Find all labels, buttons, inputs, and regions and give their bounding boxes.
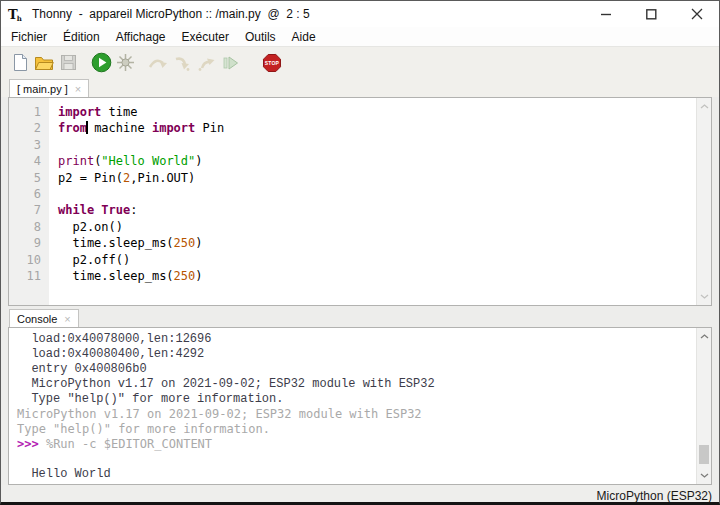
menu-item-executer[interactable]: Exécuter: [174, 28, 237, 46]
console-scroll-down-icon[interactable]: [697, 468, 711, 483]
line-number: 6: [9, 186, 41, 202]
maximize-button[interactable]: [629, 1, 674, 27]
menu-item-outils[interactable]: Outils: [237, 28, 284, 46]
console-line: MicroPython v1.17 on 2021-09-02; ESP32 m…: [17, 407, 691, 422]
menu-item-aide[interactable]: Aide: [284, 28, 324, 46]
line-number: 2: [9, 120, 41, 136]
window-controls: [584, 1, 719, 27]
console-tab-row: Console ×: [1, 310, 719, 327]
floppy-disk-icon: [60, 54, 77, 71]
console-line: Type "help()" for more information.: [17, 392, 691, 407]
line-number: 11: [9, 268, 41, 284]
thonny-logo-icon: Th: [8, 5, 26, 23]
console-tab-label: Console: [17, 313, 57, 325]
step-over-button: [146, 51, 170, 75]
resume-button: [218, 51, 242, 75]
tab-console[interactable]: Console ×: [9, 309, 79, 327]
console-scroll-thumb[interactable]: [699, 445, 709, 464]
code-line[interactable]: p2.on(): [58, 219, 711, 235]
console-close-icon[interactable]: ×: [64, 314, 70, 325]
code-line[interactable]: time.sleep_ms(250): [58, 235, 711, 251]
menu-bar: FichierÉditionAffichageExécuterOutilsAid…: [1, 27, 719, 47]
code-line[interactable]: time.sleep_ms(250): [58, 268, 711, 284]
tab-main-py[interactable]: [ main.py ] ×: [9, 79, 89, 97]
stop-sign-icon: STOP: [262, 53, 282, 73]
step-out-button: [194, 51, 218, 75]
step-into-arrow-icon: [173, 55, 191, 71]
menu-item-edition[interactable]: Édition: [55, 28, 108, 46]
maximize-icon: [646, 9, 657, 20]
step-out-arrow-icon: [197, 55, 215, 71]
line-number: 4: [9, 153, 41, 169]
bug-icon: [116, 53, 135, 72]
open-file-button[interactable]: [32, 51, 56, 75]
code-line[interactable]: print("Hello World"): [58, 153, 711, 169]
minimize-icon: [601, 9, 612, 20]
code-line[interactable]: [58, 137, 711, 153]
console-line: >>> %Run -c $EDITOR_CONTENT: [17, 437, 691, 452]
status-bar: MicroPython (ESP32): [1, 485, 719, 505]
debug-button[interactable]: [113, 51, 137, 75]
open-folder-icon: [34, 54, 54, 72]
console-scroll-up-icon[interactable]: [697, 329, 711, 344]
code-line[interactable]: [58, 186, 711, 202]
step-into-button: [170, 51, 194, 75]
console-line: Type "help()" for more information.: [17, 422, 691, 437]
console-scrollbar[interactable]: [696, 328, 711, 484]
window-title: Thonny - appareil MicroPython :: /main.p…: [32, 7, 310, 21]
scroll-up-icon[interactable]: [697, 99, 711, 114]
repl-prompt: >>>: [17, 437, 46, 451]
code-line[interactable]: while True:: [58, 202, 711, 218]
line-number: 10: [9, 252, 41, 268]
tab-close-icon[interactable]: ×: [75, 84, 81, 95]
close-icon: [691, 8, 703, 20]
green-play-icon: [91, 52, 112, 73]
tab-label: [ main.py ]: [17, 83, 68, 95]
line-number: 3: [9, 137, 41, 153]
svg-text:STOP: STOP: [265, 60, 280, 66]
scroll-down-icon[interactable]: [697, 289, 711, 304]
menu-item-affichage[interactable]: Affichage: [108, 28, 174, 46]
minimize-button[interactable]: [584, 1, 629, 27]
code-lines[interactable]: import timefrom machine import Pin print…: [49, 98, 711, 305]
new-file-button[interactable]: [8, 51, 32, 75]
code-line[interactable]: import time: [58, 104, 711, 120]
console-line: MicroPython v1.17 on 2021-09-02; ESP32 m…: [17, 377, 691, 392]
save-file-button: [56, 51, 80, 75]
stop-button[interactable]: STOP: [260, 51, 284, 75]
line-number: 9: [9, 235, 41, 251]
line-number-gutter[interactable]: 1234567891011: [9, 98, 49, 305]
line-number: 1: [9, 104, 41, 120]
console-line: [17, 452, 691, 467]
console-line: load:0x40078000,len:12696: [17, 332, 691, 347]
interpreter-status[interactable]: MicroPython (ESP32): [597, 489, 712, 503]
editor-scrollbar[interactable]: [696, 98, 711, 305]
step-over-arrow-icon: [148, 55, 168, 71]
thonny-window: Th Thonny - appareil MicroPython :: /mai…: [0, 0, 720, 505]
run-button[interactable]: [89, 51, 113, 75]
console-line: Hello World: [17, 467, 691, 482]
code-line[interactable]: p2.off(): [58, 252, 711, 268]
editor-tab-row: [ main.py ] ×: [1, 78, 719, 97]
console-output[interactable]: load:0x40078000,len:12696 load:0x4008040…: [9, 328, 711, 482]
menu-item-fichier[interactable]: Fichier: [3, 28, 55, 46]
console-line: entry 0x400806b0: [17, 362, 691, 377]
title-bar[interactable]: Th Thonny - appareil MicroPython :: /mai…: [1, 1, 719, 27]
toolbar: STOP: [1, 47, 719, 78]
line-number: 5: [9, 170, 41, 186]
code-line[interactable]: from machine import Pin: [58, 120, 711, 136]
line-number: 8: [9, 219, 41, 235]
close-button[interactable]: [674, 1, 719, 27]
code-line[interactable]: p2 = Pin(2,Pin.OUT): [58, 170, 711, 186]
new-file-icon: [11, 53, 29, 72]
resume-play-icon: [222, 54, 239, 72]
console-line: load:0x40080400,len:4292: [17, 347, 691, 362]
console-panel[interactable]: load:0x40078000,len:12696 load:0x4008040…: [8, 327, 712, 485]
line-number: 7: [9, 202, 41, 218]
code-editor[interactable]: 1234567891011 import timefrom machine im…: [8, 97, 712, 306]
